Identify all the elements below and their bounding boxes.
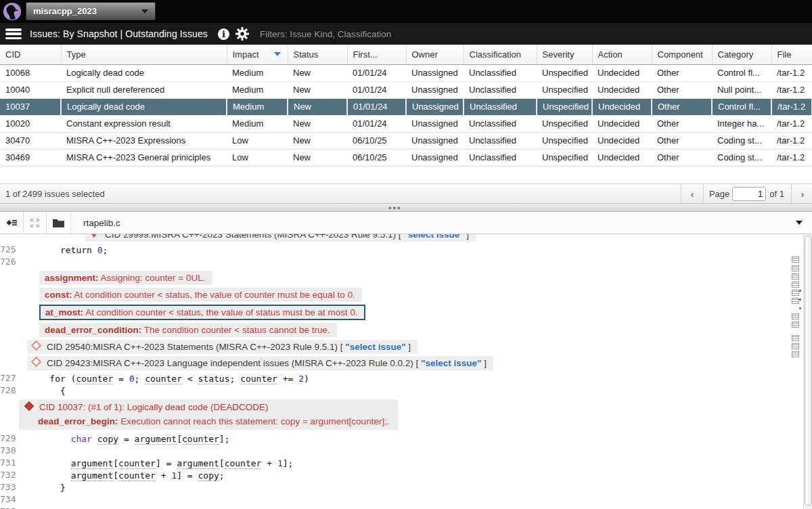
- issue-row[interactable]: 10040Explicit null dereferencedMediumNew…: [0, 81, 812, 98]
- pane-splitter[interactable]: •••: [0, 204, 812, 212]
- issue-row[interactable]: 10068Logically dead codeMediumNew01/01/2…: [0, 64, 812, 81]
- issue-cell[interactable]: Other: [652, 132, 712, 149]
- issue-cell[interactable]: /tar-1.2: [771, 64, 812, 81]
- issue-cell[interactable]: New: [288, 64, 347, 81]
- issue-cell[interactable]: Unassigned: [406, 149, 464, 166]
- issue-cell[interactable]: 30469: [0, 149, 61, 166]
- issue-cell[interactable]: Other: [652, 64, 712, 81]
- page-input[interactable]: [732, 187, 766, 201]
- issue-row[interactable]: 30469MISRA C++-2023 General priniciplesL…: [0, 149, 812, 166]
- file-tab[interactable]: rtapelib.c: [83, 218, 120, 228]
- issue-cell[interactable]: Coding st...: [712, 132, 771, 149]
- event-dead_error_condition[interactable]: dead_error_condition: The condition coun…: [39, 323, 337, 337]
- column-header-action[interactable]: Action: [592, 45, 652, 64]
- issue-cell[interactable]: Unspecified: [537, 64, 592, 81]
- issue-cell[interactable]: Undecided: [592, 98, 652, 115]
- column-header-first-[interactable]: First...: [347, 45, 406, 64]
- issue-cell[interactable]: /tar-1.2: [771, 81, 812, 98]
- issue-cell[interactable]: Unspecified: [537, 149, 592, 166]
- event-const[interactable]: const: At condition counter < status, th…: [39, 288, 362, 302]
- column-header-cid[interactable]: CID: [0, 45, 61, 64]
- column-header-classification[interactable]: Classification: [464, 45, 537, 64]
- issue-cell[interactable]: Unassigned: [406, 81, 464, 98]
- issue-cell[interactable]: Unassigned: [406, 115, 464, 132]
- issue-cell[interactable]: Explicit null dereferenced: [61, 81, 227, 98]
- issue-cell[interactable]: Unspecified: [537, 115, 592, 132]
- info-icon[interactable]: i: [217, 28, 230, 41]
- issue-cell[interactable]: 01/01/24: [347, 64, 406, 81]
- issue-cell[interactable]: Other: [652, 98, 712, 115]
- cid-title[interactable]: CID 10037: (#1 of 1): Logically dead cod…: [24, 402, 390, 412]
- issue-cell[interactable]: Other: [652, 81, 712, 98]
- issue-cell[interactable]: Medium: [227, 81, 288, 98]
- issue-cell[interactable]: New: [288, 81, 347, 98]
- issue-cell[interactable]: /tar-1.2: [771, 149, 812, 166]
- issue-cell[interactable]: 10040: [0, 81, 61, 98]
- issue-cell[interactable]: Low: [227, 132, 288, 149]
- issue-cell[interactable]: Null point...: [712, 81, 771, 98]
- issue-cell[interactable]: Other: [652, 149, 712, 166]
- issue-cell[interactable]: Logically dead code: [61, 64, 227, 81]
- issue-cell[interactable]: Medium: [227, 98, 288, 115]
- issue-cell[interactable]: Medium: [227, 115, 288, 132]
- issue-cell[interactable]: 10020: [0, 115, 61, 132]
- issue-cell[interactable]: 10037: [0, 98, 61, 115]
- scrollbar-thumb[interactable]: [805, 236, 812, 506]
- issue-cell[interactable]: 06/10/25: [347, 149, 406, 166]
- event-at_most[interactable]: at_most: At condition counter < status, …: [39, 305, 365, 320]
- issue-cell[interactable]: Unclassified: [464, 132, 537, 149]
- issue-cell[interactable]: /tar-1.2: [771, 98, 812, 115]
- issue-cell[interactable]: Unassigned: [406, 98, 464, 115]
- issue-cell[interactable]: Control fl...: [712, 64, 771, 81]
- gear-icon[interactable]: [235, 27, 249, 41]
- column-header-status[interactable]: Status: [288, 45, 347, 64]
- issue-row[interactable]: 30470MISRA C++-2023 ExpressionsLowNew06/…: [0, 132, 812, 149]
- column-header-type[interactable]: Type: [61, 45, 227, 64]
- issue-cell[interactable]: Unclassified: [464, 64, 537, 81]
- column-header-owner[interactable]: Owner: [406, 45, 464, 64]
- event-list-icon[interactable]: [0, 212, 24, 234]
- issue-cell[interactable]: New: [288, 132, 347, 149]
- next-page-button[interactable]: ›: [793, 184, 812, 203]
- issue-cell[interactable]: Undecided: [592, 132, 652, 149]
- event-dead_error_begin[interactable]: dead_error_begin: Execution cannot reach…: [38, 416, 390, 426]
- issue-cell[interactable]: Unassigned: [406, 132, 464, 149]
- issue-reference[interactable]: CID 29540:MISRA C++-2023 Statements (MIS…: [27, 340, 418, 354]
- prev-page-button[interactable]: ‹: [683, 184, 702, 203]
- project-dropdown[interactable]: misracpp_2023: [26, 2, 156, 20]
- column-header-component[interactable]: Component: [652, 45, 712, 64]
- issue-cell[interactable]: 10068: [0, 64, 61, 81]
- issue-row[interactable]: 10037Logically dead codeMediumNew01/01/2…: [0, 98, 812, 115]
- issue-row[interactable]: 10020Constant expression resultMediumNew…: [0, 115, 812, 132]
- issue-cell[interactable]: Undecided: [592, 64, 652, 81]
- issue-cell[interactable]: 01/01/24: [347, 115, 406, 132]
- issue-cell[interactable]: Unclassified: [464, 81, 537, 98]
- issue-cell[interactable]: Other: [652, 115, 712, 132]
- issue-cell[interactable]: New: [288, 98, 347, 115]
- event-assignment[interactable]: assignment: Assigning: counter = 0UL.: [39, 271, 212, 285]
- issue-cell[interactable]: Integer ha...: [712, 115, 771, 132]
- issue-cell[interactable]: 06/10/25: [347, 132, 406, 149]
- viewer-menu-caret[interactable]: [796, 221, 803, 225]
- issue-cell[interactable]: Undecided: [592, 115, 652, 132]
- issue-reference[interactable]: CID 29999:MISRA C++-2023 Statements (MIS…: [85, 234, 476, 242]
- hamburger-icon[interactable]: [5, 28, 22, 39]
- issue-cell[interactable]: Logically dead code: [61, 98, 227, 115]
- expand-icon[interactable]: [24, 212, 47, 234]
- select-issue-link[interactable]: "select issue": [421, 358, 481, 368]
- issue-cell[interactable]: Constant expression result: [61, 115, 227, 132]
- code-scrollbar[interactable]: [803, 234, 812, 509]
- issue-cell[interactable]: Unclassified: [464, 149, 537, 166]
- issue-cell[interactable]: New: [288, 149, 347, 166]
- issue-cell[interactable]: Unclassified: [464, 98, 537, 115]
- issue-cell[interactable]: Unspecified: [537, 132, 592, 149]
- column-header-category[interactable]: Category: [712, 45, 771, 64]
- issue-cell[interactable]: 30470: [0, 132, 61, 149]
- column-header-severity[interactable]: Severity: [537, 45, 592, 64]
- issue-cell[interactable]: 01/01/24: [347, 98, 406, 115]
- issue-cell[interactable]: Undecided: [592, 81, 652, 98]
- issue-cell[interactable]: 01/01/24: [347, 81, 406, 98]
- issue-reference[interactable]: CID 29423:MISRA C++-2023 Language indepe…: [27, 356, 493, 370]
- issue-cell[interactable]: Unassigned: [406, 64, 464, 81]
- issue-cell[interactable]: /tar-1.2: [771, 132, 812, 149]
